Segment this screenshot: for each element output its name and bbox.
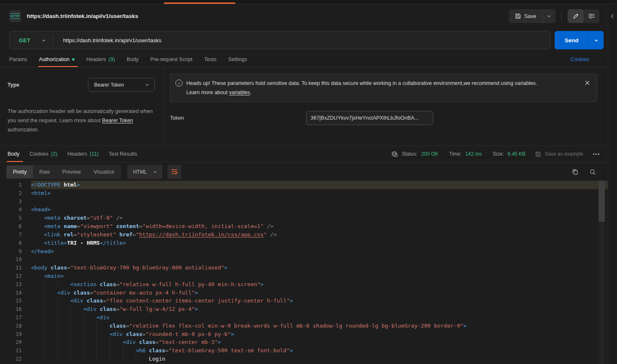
tab-params[interactable]: Params xyxy=(9,52,27,67)
edit-button[interactable] xyxy=(568,9,584,23)
response-tab-cookies[interactable]: Cookies (2) xyxy=(30,146,57,162)
tab-authorization[interactable]: Authorization xyxy=(39,52,75,67)
banner-close-button[interactable] xyxy=(584,80,590,97)
code-line-content xyxy=(31,255,608,264)
code-line[interactable]: 20<div class="text-center mb-3"> xyxy=(0,338,608,346)
code-line[interactable]: 22Login xyxy=(0,355,608,363)
cookies-link[interactable]: Cookies xyxy=(571,56,589,62)
view-mode-raw[interactable]: Raw xyxy=(33,166,56,178)
tab-prerequest-script[interactable]: Pre-request Script xyxy=(150,52,193,67)
code-line[interactable]: 7<link rel="stylesheet" href="https://da… xyxy=(0,231,608,239)
comment-button[interactable] xyxy=(584,9,599,23)
tab-settings[interactable]: Settings xyxy=(228,52,247,67)
request-url-row: GET https://dash.triinfotek.in/api/v1/us… xyxy=(0,29,608,51)
line-number: 8 xyxy=(0,239,31,247)
variables-link[interactable]: variables xyxy=(229,90,250,95)
code-line[interactable]: 15<div class="flex content-center items-… xyxy=(0,297,608,305)
wrap-text-button[interactable] xyxy=(167,165,181,179)
copy-icon[interactable] xyxy=(572,169,578,175)
line-number: 22 xyxy=(0,355,31,363)
code-line[interactable]: 19<div class="rounded-t mb-0 px-6 py-6"> xyxy=(0,330,608,338)
tab-tests[interactable]: Tests xyxy=(204,52,216,67)
code-line-content: <div class="flex content-center items-ce… xyxy=(31,297,608,305)
tab-tests-label: Tests xyxy=(204,56,216,62)
code-line-content: <main> xyxy=(31,272,608,280)
save-options-caret[interactable] xyxy=(542,9,555,23)
request-tabs: Params Authorization Headers (9) Body Pr… xyxy=(0,52,608,67)
line-number: 5 xyxy=(0,214,31,222)
auth-description: The authorization header will be automat… xyxy=(8,107,155,134)
save-as-example-button[interactable]: Save as example xyxy=(535,151,583,157)
view-mode-pretty[interactable]: Pretty xyxy=(7,166,33,178)
response-more-options-icon[interactable]: ••• xyxy=(593,151,600,156)
code-line[interactable]: 3 xyxy=(0,197,608,206)
auth-type-select[interactable]: Bearer Token xyxy=(88,78,155,92)
bearer-token-link[interactable]: Bearer Token xyxy=(102,118,133,123)
code-line[interactable]: 21<h6 class="text-blueGray-500 text-sm f… xyxy=(0,346,608,355)
save-example-icon xyxy=(535,151,541,157)
code-line[interactable]: 2<html> xyxy=(0,189,608,197)
save-button-label: Save xyxy=(524,13,537,19)
line-number: 12 xyxy=(0,272,31,280)
network-globe-icon[interactable] xyxy=(391,151,398,158)
response-tab-body[interactable]: Body xyxy=(8,146,20,162)
postman-app: HTTP https://dash.triinfotek.in/api/v1/u… xyxy=(0,0,617,364)
response-tab-test-results[interactable]: Test Results xyxy=(109,146,137,162)
send-options-caret[interactable] xyxy=(589,31,604,49)
expand-sidebar-icon[interactable] xyxy=(610,14,614,19)
code-line[interactable]: 5<meta charset="utf-8" /> xyxy=(0,214,608,222)
method-select[interactable]: GET xyxy=(10,37,53,44)
url-input[interactable]: https://dash.triinfotek.in/api/v1/user/t… xyxy=(53,37,550,44)
response-body-code[interactable]: 1<!DOCTYPE html>2<html>34<head>5<meta ch… xyxy=(0,181,608,364)
response-tab-body-label: Body xyxy=(8,151,20,157)
response-toolbar-actions xyxy=(572,169,602,175)
code-line-content: <meta charset="utf-8" /> xyxy=(31,214,608,222)
response-tab-test-results-label: Test Results xyxy=(109,151,137,157)
code-line[interactable]: 14<div class="container mx-auto px-4 h-f… xyxy=(0,289,608,297)
code-line[interactable]: 9</head> xyxy=(0,247,608,256)
code-line[interactable]: 16<div class="w-full lg:w-4/12 px-4"> xyxy=(0,305,608,313)
code-line[interactable]: 13<section class="relative w-full h-full… xyxy=(0,280,608,289)
authorization-panel: Type Bearer Token The authorization head… xyxy=(0,68,608,146)
line-number: 20 xyxy=(0,338,31,346)
line-number: 17 xyxy=(0,313,31,322)
code-line[interactable]: 4<head> xyxy=(0,205,608,214)
view-mode-visualize[interactable]: Visualize xyxy=(87,166,121,178)
response-header: Body Cookies (2) Headers (11) Test Resul… xyxy=(0,146,608,162)
line-number: 6 xyxy=(0,222,31,231)
code-line-content: <div class="w-full lg:w-4/12 px-4"> xyxy=(31,305,608,313)
code-line[interactable]: 1<!DOCTYPE html> xyxy=(0,181,608,189)
save-button[interactable]: Save xyxy=(509,9,542,23)
search-icon[interactable] xyxy=(589,169,596,175)
authorization-active-dot xyxy=(72,58,75,61)
view-mode-preview[interactable]: Preview xyxy=(56,166,87,178)
auth-type-caret-icon xyxy=(145,82,149,87)
code-line[interactable]: 11<body class="text-blueGray-700 bg-blue… xyxy=(0,264,608,272)
response-headers-count: (11) xyxy=(90,151,98,157)
line-number: 16 xyxy=(0,305,31,313)
code-line-content: <div class="container mx-auto px-4 h-ful… xyxy=(31,289,608,297)
code-line-content: <section class="relative w-full h-full p… xyxy=(31,280,608,289)
response-cookies-count: (2) xyxy=(51,151,57,157)
line-number: 3 xyxy=(0,197,31,206)
code-line[interactable]: 18class="relative flex flex-col min-w-0 … xyxy=(0,322,608,330)
edit-comment-group xyxy=(568,9,599,23)
http-request-icon: HTTP xyxy=(9,10,21,22)
tab-body[interactable]: Body xyxy=(127,52,139,67)
format-select[interactable]: HTML xyxy=(127,165,162,179)
token-input[interactable]: 367|BxZDUYkvv7jxHeYnctAPXthLbJfoOnBA... xyxy=(306,111,433,125)
url-bar: GET https://dash.triinfotek.in/api/v1/us… xyxy=(9,31,550,49)
token-label: Token xyxy=(170,115,184,121)
status-value: 200 OK xyxy=(421,151,438,157)
line-number: 15 xyxy=(0,297,31,305)
code-line[interactable]: 8<title>TRI - HRMS</title> xyxy=(0,239,608,247)
code-scrollbar-thumb[interactable] xyxy=(599,181,605,222)
code-line[interactable]: 12<main> xyxy=(0,272,608,280)
code-line-content: Login xyxy=(31,355,608,363)
code-line[interactable]: 17<div xyxy=(0,313,608,322)
tab-headers[interactable]: Headers (9) xyxy=(86,52,115,67)
code-line[interactable]: 6<meta name="viewport" content="width=de… xyxy=(0,222,608,231)
code-line[interactable]: 10 xyxy=(0,255,608,264)
response-tab-headers[interactable]: Headers (11) xyxy=(67,146,99,162)
send-button[interactable]: Send xyxy=(555,31,589,49)
